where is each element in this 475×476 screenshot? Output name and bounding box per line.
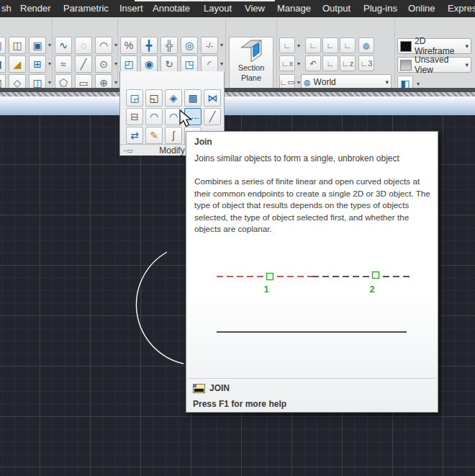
ucs-world-value: World [314,77,336,87]
delete-duplicates-button[interactable]: ▩ [184,89,202,107]
menu-item-parametric[interactable]: Parametric [63,3,109,14]
edit-spline-button[interactable]: ʃ [165,127,182,144]
mirror-button[interactable]: ⋈ [204,89,221,107]
chevron-down-icon[interactable]: ▾ [112,42,119,48]
align-icon: ◈ [170,93,178,103]
ucs-x-button[interactable]: ∟x [279,55,295,71]
visual-style-value: 2D Wireframe [415,36,462,56]
join-tooltip: Join Joins similar objects to form a sin… [186,131,438,413]
menu-item-insert[interactable]: Insert [119,3,143,14]
ucs-icon: ∟ [327,42,335,50]
chevron-down-icon[interactable]: ▾ [218,60,225,67]
break-at-point-button[interactable]: ◠ [145,108,163,125]
solid-edit-partial-button[interactable]: ◨ [0,55,6,73]
menu-item-manage[interactable]: Manage [277,3,311,14]
ucs-view-icon: ∟▭ [279,78,294,86]
menu-item-plugins[interactable]: Plug-ins [363,3,397,14]
rotate-gizmo-button[interactable]: ◉ [140,55,158,73]
polyline-icon: ∿ [59,40,68,50]
stretch-button[interactable]: ◳ [181,55,198,73]
autocad-window: sh Render Parametric Insert Annotate Lay… [0,0,475,476]
revision-cloud-icon: ◌ [81,40,86,50]
fillet-edge-button[interactable]: ◢ [9,55,26,73]
spline-button[interactable]: ≈ [55,55,72,73]
circle-icon: ⊙ [99,59,108,69]
ucs-world-button[interactable]: ◍ [358,37,374,53]
visual-style-dropdown[interactable]: 2D Wireframe ▾ [397,38,471,54]
reverse-icon: ⇄ [130,130,139,140]
arc-button[interactable]: ◠ [95,37,112,54]
ucs-x-icon: ∟x [281,60,293,68]
revision-cloud-button[interactable]: ◌ [75,37,92,54]
break-icon: ◠ [169,112,178,122]
menu-item-express[interactable]: Express [448,3,475,14]
rotate-button[interactable]: ↻ [160,55,178,73]
ucs-previous-icon: ↶ [309,60,316,68]
set-bylayer-button[interactable]: ◲ [126,89,143,107]
reverse-button[interactable]: ⇄ [126,127,143,144]
fillet-button[interactable]: ◜ [201,55,218,73]
rotate-copy-button[interactable]: ◎ [181,37,198,54]
chevron-down-icon[interactable]: ▾ [295,60,302,67]
polygon-icon: ⬠ [59,78,68,88]
solid-edit-partial-button[interactable]: ◧ [0,37,6,54]
tooltip-command-name: JOIN [209,383,230,393]
ucs-origin-button[interactable]: ∟ [322,55,338,71]
menu-item-render[interactable]: Render [20,3,51,14]
mouse-cursor-icon [179,109,195,128]
move-gizmo-button[interactable]: ╋ [140,37,158,54]
rectangle-icon: ▭ [78,78,88,88]
circle-button[interactable]: ⊙ [95,55,112,73]
line-button[interactable]: ╱ [75,55,92,73]
menu-item-annotate[interactable]: Annotate [153,3,190,14]
menu-item-view[interactable]: View [245,3,265,14]
stretch-tool-button[interactable]: ⊟ [126,108,143,125]
panel-divider [117,19,118,86]
menu-item-mesh[interactable]: sh [1,3,12,14]
extrude-faces-button[interactable]: ⊞ [29,55,46,73]
arc-icon: ◠ [99,40,108,50]
chevron-down-icon[interactable]: ▾ [295,42,302,49]
extract-edges-button[interactable]: ◰ [120,55,137,73]
chevron-down-icon[interactable]: ▾ [112,60,119,67]
ucs-3point-button[interactable]: ∟3 [358,55,374,71]
named-view-dropdown[interactable]: Unsaved View ▾ [397,57,471,73]
lengthen-button[interactable]: ╱ [204,108,221,125]
extrude-faces-icon: ⊞ [33,59,42,69]
command-line-icon [193,384,205,393]
section-plane-button[interactable]: Section Plane [229,37,273,90]
menu-item-online[interactable]: Online [408,3,435,14]
move-button[interactable]: ╬ [160,37,178,54]
edit-polyline-button[interactable]: ✎ [145,127,163,144]
chevron-down-icon[interactable]: ▾ [415,81,422,87]
chevron-down-icon: ▾ [465,61,469,68]
measure-button[interactable]: -/- [201,37,218,54]
polyline-button[interactable]: ∿ [55,37,72,54]
trim-button[interactable]: % [120,37,137,54]
chevron-down-icon[interactable]: ▾ [112,79,119,86]
ucs-button[interactable]: ∟ [322,37,338,53]
chevron-down-icon[interactable]: ▾ [218,42,225,48]
rotate-copy-icon: ◎ [185,40,194,50]
menu-item-layout[interactable]: Layout [204,3,232,14]
ucs-named-button[interactable]: ∟ [305,37,321,53]
align-button[interactable]: ◈ [165,89,182,107]
change-space-button[interactable]: ◱ [145,89,163,107]
trim-icon: % [125,40,133,50]
tooltip-help-hint: Press F1 for more help [193,399,286,409]
solid-history-button[interactable]: ▣ [29,37,46,54]
menu-item-output[interactable]: Output [322,3,350,14]
line-icon: ╱ [81,59,86,69]
world-globe-icon: ◍ [304,78,311,86]
ucs-z-button[interactable]: ∟z [340,55,356,71]
tooltip-title: Join [194,137,212,147]
section-plane-icon [237,37,266,62]
ucs-apply-button[interactable]: ∟ [279,37,295,53]
ucs-named-icon: ∟ [309,42,317,50]
drawing-window-band [0,96,475,115]
ucs-previous-button[interactable]: ↶ [305,55,321,71]
ucs-object-button[interactable]: ∟ [340,37,356,53]
union-button[interactable]: ◫ [9,37,26,54]
marker-label-2: 2 [369,284,374,295]
visual-style-icon [400,41,412,52]
